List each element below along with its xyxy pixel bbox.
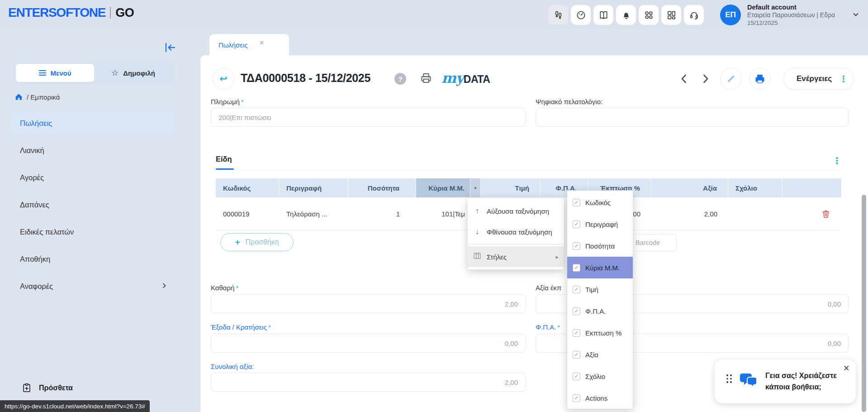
submenu-item-comment[interactable]: Σχόλιο: [567, 365, 633, 387]
payment-input[interactable]: [211, 108, 526, 127]
checkbox-checked-icon[interactable]: [573, 242, 580, 250]
brand-product: GO: [115, 6, 134, 20]
submenu-item-price[interactable]: Τιμή: [567, 278, 633, 300]
checkbox-checked-icon[interactable]: [573, 394, 580, 402]
edit-button[interactable]: [720, 68, 742, 90]
menu-item-sort-descending[interactable]: ↓ Φθίνουσα ταξινόμηση: [468, 221, 564, 242]
hamburger-icon: [39, 69, 46, 77]
menu-item-columns[interactable]: Στήλες ▸: [468, 246, 564, 267]
actions-button[interactable]: Ενέργειες ⋮: [783, 68, 854, 90]
column-dropdown-icon[interactable]: ▾: [470, 178, 481, 197]
next-record-button[interactable]: [701, 74, 710, 84]
items-table-header: Κωδικός Περιγραφή Ποσότητα Κύρια Μ.Μ. ▾ …: [216, 178, 841, 197]
previous-record-button[interactable]: [679, 74, 688, 84]
submenu-arrow-icon: ▸: [555, 254, 559, 260]
mydata-logo: my DATA: [441, 70, 490, 86]
sidebar-item-retail[interactable]: Λιανική: [11, 137, 176, 163]
items-section-title[interactable]: Είδη: [216, 155, 232, 163]
items-divider: [216, 170, 841, 170]
add-item-button[interactable]: + Προσθήκη: [220, 233, 294, 251]
close-icon[interactable]: ×: [260, 38, 264, 48]
support-button[interactable]: [684, 5, 704, 25]
sidebar-item-reports[interactable]: Αναφορές: [11, 273, 176, 299]
printer-icon: [420, 72, 432, 84]
vat-total-label: Φ.Π.Α.*: [536, 323, 560, 331]
column-header-description[interactable]: Περιγραφή: [279, 178, 348, 197]
sidebar-item-addons[interactable]: Πρόσθετα: [22, 383, 73, 393]
printer-blue-icon: [754, 73, 766, 85]
sidebar-item-purchases[interactable]: Αγορές: [11, 164, 176, 191]
vertical-scrollbar[interactable]: [862, 195, 866, 412]
sidebar-item-customer-specials[interactable]: Ειδικές πελατών: [11, 219, 176, 245]
column-header-quantity[interactable]: Ποσότητα: [348, 178, 416, 197]
drag-handle-icon[interactable]: [726, 374, 732, 383]
submenu-item-quantity[interactable]: Ποσότητα: [567, 235, 633, 257]
checkbox-checked-icon[interactable]: [573, 264, 580, 272]
total-value-label: Συνολική αξία:: [211, 363, 254, 370]
barcode-input[interactable]: [630, 234, 677, 251]
avatar[interactable]: ΕΠ: [720, 5, 741, 25]
submenu-item-vat[interactable]: Φ.Π.Α.: [567, 300, 633, 322]
column-header-price[interactable]: Τιμή: [481, 178, 541, 197]
status-url: https://go-dev.s1cloud.net/web/index.htm…: [5, 403, 145, 410]
checkbox-checked-icon[interactable]: [573, 307, 580, 315]
home-icon[interactable]: [14, 93, 23, 101]
submenu-item-description[interactable]: Περιγραφή: [567, 213, 633, 235]
chat-widget[interactable]: Γεια σας! Χρειάζεστε κάποια βοήθεια; ×: [715, 359, 856, 403]
items-menu-icon[interactable]: ⋮: [832, 155, 841, 166]
browser-status-bar: https://go-dev.s1cloud.net/web/index.htm…: [0, 400, 150, 412]
print-button[interactable]: [749, 68, 771, 90]
submenu-item-code[interactable]: Κωδικός: [567, 192, 633, 213]
net-input[interactable]: [211, 294, 526, 313]
brand-name: ENTERSOFTONE: [8, 5, 105, 20]
notifications-button[interactable]: [616, 5, 636, 25]
checkbox-checked-icon[interactable]: [573, 199, 580, 206]
row-value: 2,00: [651, 197, 728, 230]
account-info[interactable]: Default account Εταιρεία Παρουσιάσεων | …: [747, 4, 835, 27]
column-header-code[interactable]: Κωδικός: [216, 178, 279, 197]
help-icon[interactable]: ?: [394, 73, 406, 85]
submenu-item-value[interactable]: Αξία: [567, 344, 633, 365]
apps-grid-icon: [644, 10, 654, 20]
sidebar-item-warehouse[interactable]: Αποθήκη: [11, 246, 176, 272]
tab-favorites[interactable]: ☆ Δημοφιλή: [94, 64, 172, 82]
submenu-item-discount[interactable]: Εκπτωση %: [567, 322, 633, 344]
menu-item-sort-ascending[interactable]: ↑ Αύξουσα ταξινόμηση: [468, 201, 564, 221]
trash-icon[interactable]: [821, 209, 830, 219]
tab-menu[interactable]: Μενού: [16, 64, 94, 82]
chevron-left-icon: [679, 74, 688, 84]
document-title: ΤΔΑ0000518 - 15/12/2025: [241, 72, 370, 85]
checkbox-checked-icon[interactable]: [573, 329, 580, 337]
column-header-main-unit[interactable]: Κύρια Μ.Μ.: [416, 178, 470, 197]
submenu-item-main-unit[interactable]: Κύρια Μ.Μ.: [567, 257, 633, 278]
widgets-button[interactable]: [661, 5, 681, 25]
submenu-item-actions[interactable]: Actions: [567, 387, 633, 409]
document-tab-sales[interactable]: Πωλήσεις ×: [209, 34, 289, 56]
column-header-value[interactable]: Αξία: [651, 178, 728, 197]
checkbox-checked-icon[interactable]: [573, 220, 580, 228]
sidebar-mode-tabs: Μενού ☆ Δημοφιλή: [14, 62, 175, 84]
knowledge-base-button[interactable]: [593, 5, 613, 25]
checkbox-checked-icon[interactable]: [573, 351, 580, 359]
total-value-input[interactable]: [211, 373, 526, 392]
sidebar-item-expenses[interactable]: Δαπάνες: [11, 192, 176, 218]
clipboard-plus-icon: [22, 383, 32, 393]
print-preview-button[interactable]: [420, 72, 432, 86]
account-menu-chevron[interactable]: [852, 11, 859, 18]
kebab-menu-icon[interactable]: ⋮: [839, 74, 848, 84]
checkbox-checked-icon[interactable]: [573, 373, 580, 380]
close-icon[interactable]: ×: [844, 362, 849, 374]
brand-logo[interactable]: ENTERSOFTONE GO: [8, 5, 134, 20]
column-header-comment[interactable]: Σχόλιο: [728, 178, 783, 197]
sidebar-item-sales[interactable]: Πωλήσεις: [11, 110, 176, 136]
sidebar-collapse-button[interactable]: [164, 42, 176, 53]
apps-button[interactable]: [639, 5, 659, 25]
digital-clientele-input[interactable]: [536, 108, 849, 127]
dashboard-gauge-button[interactable]: [571, 5, 591, 25]
breadcrumb-text: / Εμπορικά: [27, 93, 60, 101]
footprints-button[interactable]: [548, 5, 568, 25]
expenses-input[interactable]: [211, 334, 526, 353]
checkbox-checked-icon[interactable]: [573, 286, 580, 293]
actions-label: Ενέργειες: [797, 74, 832, 83]
back-button[interactable]: ↩: [213, 68, 234, 90]
